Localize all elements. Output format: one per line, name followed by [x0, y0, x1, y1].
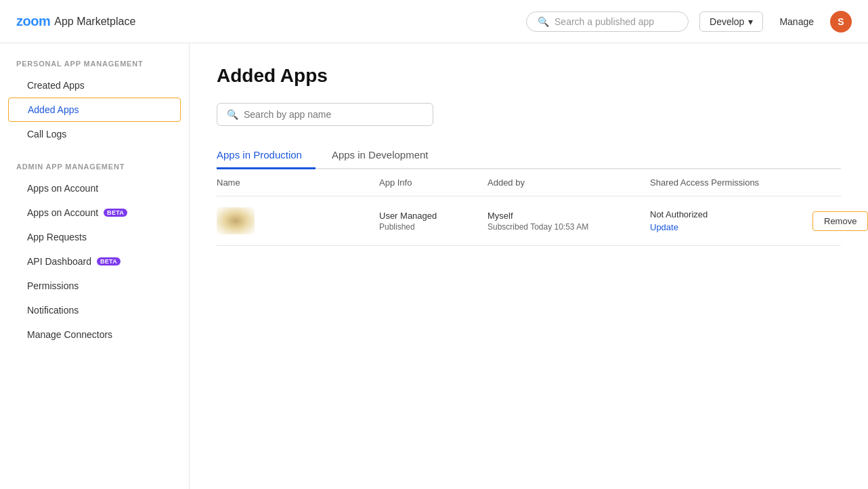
beta-badge: BETA [97, 257, 121, 265]
manage-button[interactable]: Manage [774, 12, 819, 31]
sidebar-item-label: Apps on Account [27, 207, 98, 218]
page-title: Added Apps [217, 65, 841, 87]
sidebar-item-label: API Dashboard [27, 256, 91, 267]
sidebar-item-label: Added Apps [28, 104, 79, 115]
develop-button[interactable]: Develop ▾ [699, 12, 763, 32]
col-app-info: App Info [379, 177, 487, 188]
sidebar-item-api-dashboard[interactable]: API Dashboard BETA [0, 249, 189, 274]
sidebar-item-label: Created Apps [27, 80, 85, 91]
sidebar-item-manage-connectors[interactable]: Manage Connectors [0, 322, 189, 347]
app-marketplace-text: App Marketplace [54, 16, 135, 28]
table-container: Name App Info Added by Shared Access Per… [217, 169, 841, 246]
sidebar-item-app-requests[interactable]: App Requests [0, 225, 189, 249]
personal-section-label: PERSONAL APP MANAGEMENT [0, 60, 189, 68]
tab-label: Apps in Production [217, 149, 302, 161]
header-right: 🔍 Search a published app Develop ▾ Manag… [526, 11, 852, 33]
sidebar-item-apps-on-account[interactable]: Apps on Account [0, 176, 189, 200]
admin-section-label: ADMIN APP MANAGEMENT [0, 163, 189, 171]
sidebar-item-label: Apps on Account [27, 183, 98, 194]
tabs: Apps in Production Apps in Development [217, 142, 841, 169]
app-info-status: User Managed [379, 211, 487, 221]
zoom-logo-text: zoom [16, 14, 50, 29]
beta-badge: BETA [104, 209, 127, 217]
added-by-name: Myself [487, 211, 650, 221]
not-authorized-text: Not Authorized [650, 209, 708, 219]
tab-apps-in-development[interactable]: Apps in Development [332, 142, 442, 169]
sidebar-item-label: Permissions [27, 280, 79, 291]
search-published-placeholder: Search a published app [555, 16, 654, 27]
tab-label: Apps in Development [332, 149, 429, 161]
search-bar[interactable]: 🔍 [217, 103, 433, 126]
col-actions [812, 177, 841, 188]
table-row: User Managed Published Myself Subscribed… [217, 196, 841, 246]
header-left: zoom App Marketplace [16, 14, 135, 29]
table-header: Name App Info Added by Shared Access Per… [217, 169, 841, 196]
sidebar: PERSONAL APP MANAGEMENT Created Apps Add… [0, 43, 190, 489]
main-content: Added Apps 🔍 Apps in Production Apps in … [190, 43, 868, 489]
search-icon: 🔍 [227, 109, 238, 120]
sidebar-item-label: Notifications [27, 305, 79, 316]
tab-apps-in-production[interactable]: Apps in Production [217, 142, 316, 169]
develop-chevron-icon: ▾ [748, 16, 753, 27]
search-input[interactable] [244, 109, 423, 120]
added-by-date: Subscribed Today 10:53 AM [487, 222, 650, 232]
header: zoom App Marketplace 🔍 Search a publishe… [0, 0, 868, 43]
col-name: Name [217, 177, 379, 188]
search-published-icon: 🔍 [538, 16, 549, 27]
sidebar-item-created-apps[interactable]: Created Apps [0, 73, 189, 98]
col-added-by: Added by [487, 177, 650, 188]
update-link[interactable]: Update [650, 222, 678, 232]
remove-btn-cell: Remove [812, 211, 868, 231]
sidebar-item-notifications[interactable]: Notifications [0, 298, 189, 322]
zoom-logo: zoom App Marketplace [16, 14, 135, 29]
sidebar-item-label: Call Logs [27, 129, 66, 140]
sidebar-item-label: Manage Connectors [27, 329, 112, 340]
develop-label: Develop [710, 16, 744, 27]
app-icon [217, 207, 255, 234]
avatar[interactable]: S [830, 11, 852, 33]
sidebar-item-call-logs[interactable]: Call Logs [0, 122, 189, 146]
avatar-initials: S [838, 16, 844, 27]
app-name-cell [217, 207, 379, 234]
app-info-published: Published [379, 222, 487, 232]
col-shared-access: Shared Access Permissions [650, 177, 812, 188]
app-info-cell: User Managed Published [379, 211, 487, 232]
sidebar-item-permissions[interactable]: Permissions [0, 274, 189, 298]
shared-access-cell: Not Authorized Update [650, 209, 812, 232]
search-published-input[interactable]: 🔍 Search a published app [526, 12, 689, 32]
sidebar-item-added-apps[interactable]: Added Apps [8, 98, 181, 122]
sidebar-item-label: App Requests [27, 232, 87, 242]
layout: PERSONAL APP MANAGEMENT Created Apps Add… [0, 43, 868, 489]
added-by-cell: Myself Subscribed Today 10:53 AM [487, 211, 650, 232]
remove-button[interactable]: Remove [812, 211, 868, 231]
sidebar-item-apps-on-account-beta[interactable]: Apps on Account BETA [0, 200, 189, 225]
